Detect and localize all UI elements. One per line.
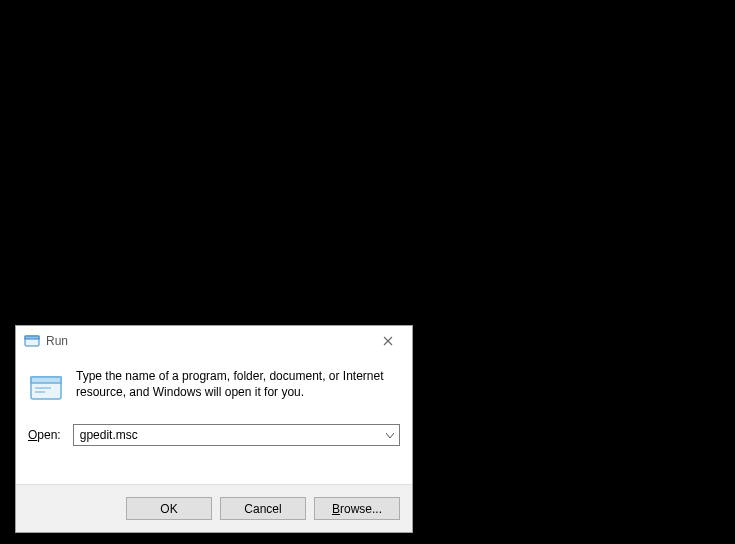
run-large-icon xyxy=(28,370,64,406)
svg-rect-3 xyxy=(31,377,61,383)
svg-rect-4 xyxy=(35,387,51,389)
close-button[interactable] xyxy=(366,327,410,355)
run-icon xyxy=(24,333,40,349)
svg-rect-1 xyxy=(25,336,39,339)
ok-button[interactable]: OK xyxy=(126,497,212,520)
chevron-down-icon xyxy=(386,433,394,438)
message-row: Type the name of a program, folder, docu… xyxy=(28,368,400,406)
cancel-button[interactable]: Cancel xyxy=(220,497,306,520)
dialog-message: Type the name of a program, folder, docu… xyxy=(76,368,400,400)
close-icon xyxy=(383,336,393,346)
open-label: Open: xyxy=(28,428,61,442)
dialog-footer: OK Cancel Browse... xyxy=(16,484,412,532)
open-combobox xyxy=(73,424,400,446)
dropdown-button[interactable] xyxy=(381,425,399,445)
open-row: Open: xyxy=(28,424,400,446)
titlebar: Run xyxy=(16,326,412,356)
open-input[interactable] xyxy=(73,424,400,446)
dialog-body: Type the name of a program, folder, docu… xyxy=(16,356,412,484)
svg-rect-5 xyxy=(35,391,45,393)
dialog-title: Run xyxy=(46,334,366,348)
browse-button[interactable]: Browse... xyxy=(314,497,400,520)
run-dialog: Run Type the name of a program, folder, … xyxy=(15,325,413,533)
